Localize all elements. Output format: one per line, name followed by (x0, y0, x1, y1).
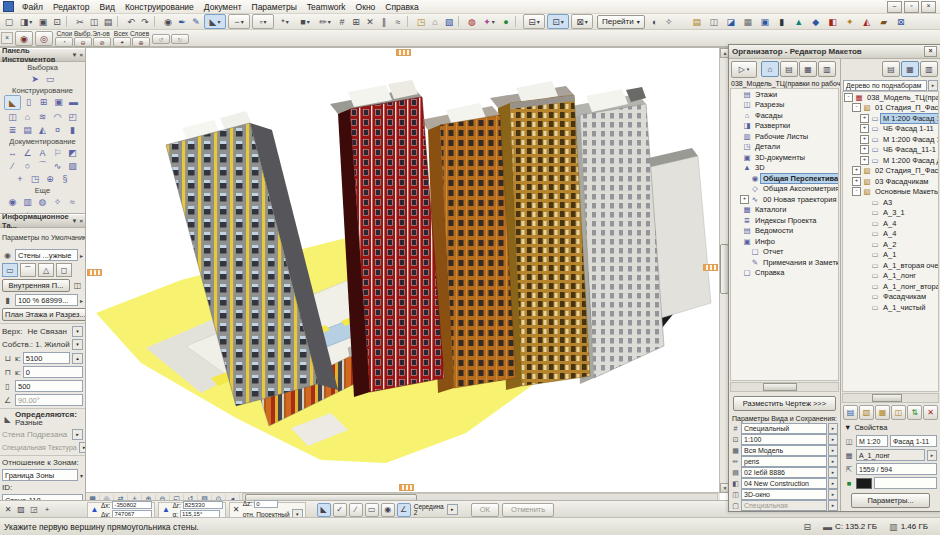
tree-item-master-layout[interactable]: ▭ А_1_лонг_вторая оч (843, 281, 938, 292)
tree-item-layout[interactable]: + ▭ М 1:200 Фасад 1-11 (843, 113, 938, 124)
flyout-arrow-icon[interactable]: ▸ (80, 252, 83, 259)
setting-value[interactable]: 1:100 (741, 434, 827, 445)
flyout-arrow-icon[interactable]: ▸ (828, 478, 838, 489)
flyout-arrow-icon[interactable]: ▸ (828, 456, 838, 467)
snap-dropdown[interactable]: ▸ (447, 504, 458, 515)
schedule-icon[interactable]: ⊞ (349, 15, 363, 28)
tree-item-stories[interactable]: ▤ Этажи (731, 89, 838, 100)
expand-icon[interactable]: + (852, 177, 861, 186)
tree-item-master-layout[interactable]: ▭ А_1 (843, 250, 938, 261)
place-drawing-button[interactable]: Разместить Чертеж >>> (733, 396, 836, 411)
tree-item-notes[interactable]: ✎ Примечания и Заметки (731, 257, 838, 268)
master-layout-select[interactable]: А_1_лонг (856, 449, 925, 461)
flyout-arrow-icon[interactable]: ▸ (927, 450, 937, 461)
ok-button[interactable]: ОК (471, 503, 499, 517)
inject-parameters-icon[interactable]: ✎ (189, 15, 203, 28)
detail-marker-tool[interactable]: § (58, 172, 73, 185)
guide-lines-icon[interactable]: ◣ (204, 14, 226, 29)
tree-item-subset[interactable]: + ▧ 02 Стадия_П_Фасады_В1 (843, 166, 938, 177)
vs-scale[interactable]: ⊡ 1:100 ▸ (729, 434, 840, 445)
menu-item[interactable]: Файл (17, 1, 48, 13)
expand-icon[interactable]: + (860, 114, 869, 123)
geometry-trapezoid-button[interactable]: △ (38, 263, 54, 277)
wall-top-height-field[interactable]: 5100 (23, 352, 70, 364)
cursor-snap-icon[interactable]: ◉ (381, 503, 395, 517)
vs-special[interactable]: ▢ Специальная ▸ (729, 500, 840, 511)
reference-line-icon[interactable]: ◣ (2, 415, 13, 424)
tree-item-master-layout[interactable]: ▭ А_3_1 (843, 208, 938, 219)
fill-tool[interactable]: ◩ (65, 146, 80, 159)
tab-layout-book[interactable]: ▦ (799, 61, 817, 77)
marquee-mode-icon[interactable]: ▫ (252, 14, 274, 29)
beam-tool[interactable]: ▬ (66, 95, 81, 108)
paste-icon[interactable]: ▤ (101, 15, 115, 28)
door-tool[interactable]: ▯ (21, 95, 36, 108)
plan-section-button[interactable]: План Этажа и Разрез... (2, 308, 85, 321)
snap-guides-icon[interactable]: ■ (295, 15, 315, 28)
menu-item[interactable]: Справка (380, 1, 423, 13)
marker-tool[interactable]: ✧ (50, 195, 65, 208)
tree-item-project-indexes[interactable]: ≣ Индексы Проекта (731, 215, 838, 226)
isolate-selected-layers-icon[interactable]: ⊘ (93, 37, 111, 47)
tree-item-info[interactable]: ▣ Инфо (731, 236, 838, 247)
shell-tool[interactable]: ◠ (50, 110, 65, 123)
favorite-selector[interactable]: Стены ...ужные (15, 249, 78, 261)
project-chooser-icon[interactable]: ▤ (690, 15, 704, 28)
close-icon[interactable]: × (79, 52, 83, 58)
section-window-icon[interactable]: ⊠ (571, 14, 593, 29)
cut-icon[interactable]: ✂ (73, 15, 87, 28)
markup-tools-icon[interactable]: ◧ (826, 15, 840, 28)
flyout-arrow-icon[interactable]: ▸ (828, 423, 838, 434)
close-toolbar-icon[interactable]: × (1, 32, 13, 44)
tab-view-map[interactable]: ▤ (780, 61, 798, 77)
tree-item-report[interactable]: ▢ Отчет (731, 247, 838, 258)
separator[interactable] (117, 16, 122, 27)
layout-settings-button[interactable]: Параметры... (851, 493, 930, 508)
curtain-wall-tool[interactable]: ▤ (20, 123, 35, 136)
extra-field[interactable] (874, 477, 937, 489)
issue-manager-icon[interactable]: ⊠ (894, 15, 908, 28)
show-all-layers-icon[interactable]: ◕ (113, 37, 131, 47)
tree-item-lists[interactable]: ▤ Ведомости (731, 226, 838, 237)
setting-value[interactable]: 04 New Construction (741, 478, 827, 489)
window-tool[interactable]: ⊞ (36, 95, 51, 108)
close-icon[interactable]: × (924, 46, 937, 57)
hotspot-tool[interactable]: + (13, 172, 28, 185)
collapse-arrow-icon[interactable]: ▼ (844, 423, 851, 432)
library-manager-icon[interactable]: ◆ (809, 15, 823, 28)
expand-icon[interactable]: + (860, 135, 869, 144)
color-swatch[interactable] (856, 478, 872, 489)
tree-item-details[interactable]: ◳ Детали (731, 142, 838, 153)
dr-field[interactable]: 825330 (183, 501, 223, 509)
vs-renovation-filter[interactable]: ◧ 04 New Construction ▸ (729, 478, 840, 489)
object-tool[interactable]: ▣ (51, 95, 66, 108)
expand-icon[interactable]: - (844, 93, 853, 102)
profile-manager-icon[interactable]: ◍ (465, 15, 479, 28)
undo-icon[interactable]: ↶ (124, 15, 138, 28)
setting-value[interactable]: Вся Модель (741, 445, 827, 456)
tree-item-subset[interactable]: + ▧ 03 Фасадчикам (843, 176, 938, 187)
vs-window-type[interactable]: ◫ 3D-окно ▸ (729, 489, 840, 500)
tree-scrollbar[interactable] (730, 382, 839, 392)
dock-icon[interactable]: ◲ (28, 504, 40, 516)
menu-item[interactable]: Параметры (247, 1, 302, 13)
separator[interactable] (66, 16, 71, 27)
lock-selected-layers-icon[interactable]: ⊖ (74, 37, 92, 47)
roof-tool[interactable]: ⌂ (20, 110, 35, 123)
new-layout-icon[interactable]: ▤ (843, 405, 858, 420)
composite-icon[interactable]: ◫ (72, 281, 83, 290)
expand-icon[interactable]: + (740, 195, 749, 204)
flyout-arrow-icon[interactable]: ▸ (828, 445, 838, 456)
geometry-polygon-button[interactable]: ◻ (56, 263, 72, 277)
tree-item-master-layout[interactable]: ▭ А_1_лонг (843, 271, 938, 282)
tree-item-3d-documents[interactable]: ▣ 3D-документы (731, 152, 838, 163)
angle-dimension-tool[interactable]: ∠ (20, 146, 35, 159)
3d-window-icon[interactable]: ⊡ (547, 14, 569, 29)
arrow-tool[interactable]: ➤ (28, 72, 43, 85)
layout-scale-field[interactable]: М 1:20 (856, 435, 888, 447)
menu-item[interactable]: Документ (199, 1, 247, 13)
flyout-arrow-icon[interactable]: ▸ (80, 297, 83, 304)
wall-tool[interactable]: ◣ (4, 95, 21, 110)
gravity-icon[interactable]: ◣ (317, 503, 331, 517)
new-master-layout-icon[interactable]: ◫ (891, 405, 906, 420)
